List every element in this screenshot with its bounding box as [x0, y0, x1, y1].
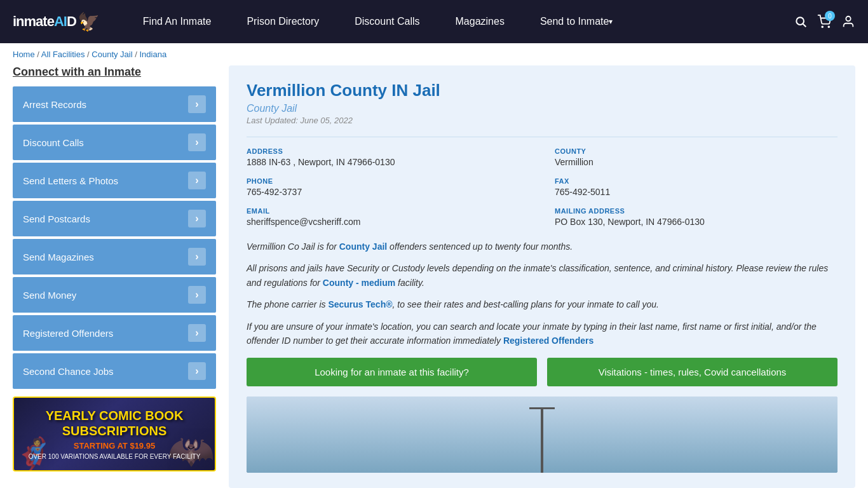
main-layout: Connect with an Inmate Arrest Records › … — [0, 65, 868, 488]
ad-subtitle: STARTING AT $19.95 — [29, 441, 201, 451]
svg-point-0 — [796, 17, 804, 25]
email-block: EMAIL sheriffspence@vcsheriff.com — [247, 207, 529, 227]
arrow-icon: › — [188, 95, 206, 113]
desc-2: All prisons and jails have Security or C… — [247, 261, 837, 290]
arrow-icon: › — [188, 210, 206, 227]
sidebar-item-discount-calls[interactable]: Discount Calls › — [13, 125, 216, 160]
nav-magazines[interactable]: Magazines — [438, 0, 522, 43]
logo[interactable]: inmateAID 🦅 — [13, 11, 100, 32]
fax-label: FAX — [555, 177, 837, 185]
logo-icon: 🦅 — [78, 11, 100, 32]
sidebar-item-second-chance-jobs[interactable]: Second Chance Jobs › — [13, 353, 216, 389]
address-block: ADDRESS 1888 IN-63 , Newport, IN 47966-0… — [247, 147, 529, 167]
cart-badge: 0 — [825, 11, 835, 21]
sidebar-item-send-magazines[interactable]: Send Magazines › — [13, 239, 216, 274]
sidebar-item-registered-offenders[interactable]: Registered Offenders › — [13, 315, 216, 351]
svg-point-3 — [828, 26, 829, 27]
county-block: COUNTY Vermillion — [555, 147, 837, 167]
visitations-button[interactable]: Visitations - times, rules, Covid cancel… — [547, 358, 837, 386]
county-label: COUNTY — [555, 147, 837, 155]
facility-updated: Last Updated: June 05, 2022 — [247, 116, 837, 125]
county-value: Vermillion — [555, 157, 837, 167]
find-inmate-button[interactable]: Looking for an inmate at this facility? — [247, 358, 537, 386]
ad-desc: OVER 100 VARIATIONS AVAILABLE FOR EVERY … — [29, 453, 201, 460]
breadcrumb: Home / All Facilities / County Jail / In… — [0, 43, 868, 65]
arrow-icon: › — [188, 286, 206, 304]
navbar: inmateAID 🦅 Find An Inmate Prison Direct… — [0, 0, 868, 43]
facility-name: Vermillion County IN Jail — [247, 81, 837, 100]
sidebar-title: Connect with an Inmate — [13, 65, 216, 79]
svg-line-1 — [803, 24, 806, 27]
svg-point-2 — [822, 26, 823, 27]
sidebar-item-arrest-records[interactable]: Arrest Records › — [13, 86, 216, 122]
nav-icons: 0 — [794, 15, 855, 29]
nav-discount-calls[interactable]: Discount Calls — [337, 0, 437, 43]
breadcrumb-home[interactable]: Home — [13, 50, 35, 59]
sidebar-item-send-letters[interactable]: Send Letters & Photos › — [13, 163, 216, 198]
sidebar-menu: Arrest Records › Discount Calls › Send L… — [13, 86, 216, 389]
fax-value: 765-492-5011 — [555, 187, 837, 197]
cart-button[interactable]: 0 — [817, 15, 831, 29]
ad-title: YEARLY COMIC BOOKSUBSCRIPTIONS — [29, 408, 201, 438]
breadcrumb-county-jail[interactable]: County Jail — [92, 50, 132, 59]
breadcrumb-indiana[interactable]: Indiana — [139, 50, 166, 59]
email-value: sheriffspence@vcsheriff.com — [247, 217, 529, 227]
facility-type: County Jail — [247, 103, 837, 114]
account-button[interactable] — [841, 15, 855, 29]
sidebar-item-send-money[interactable]: Send Money › — [13, 277, 216, 313]
arrow-icon: › — [188, 362, 206, 380]
search-button[interactable] — [794, 15, 807, 28]
mailing-block: MAILING ADDRESS PO Box 130, Newport, IN … — [555, 207, 837, 227]
registered-offenders-link[interactable]: Registered Offenders — [503, 336, 593, 346]
svg-point-4 — [846, 17, 850, 21]
desc-4: If you are unsure of your inmate's locat… — [247, 320, 837, 348]
mailing-label: MAILING ADDRESS — [555, 207, 837, 215]
info-grid: ADDRESS 1888 IN-63 , Newport, IN 47966-0… — [247, 137, 837, 227]
desc-3: The phone carrier is Securus Tech®, to s… — [247, 297, 837, 311]
nav-links: Find An Inmate Prison Directory Discount… — [125, 0, 788, 43]
ad-banner[interactable]: 🦸 YEARLY COMIC BOOKSUBSCRIPTIONS STARTIN… — [13, 396, 216, 471]
address-value: 1888 IN-63 , Newport, IN 47966-0130 — [247, 157, 529, 167]
nav-send-to-inmate[interactable]: Send to Inmate — [522, 0, 631, 43]
phone-value: 765-492-3737 — [247, 187, 529, 197]
county-jail-link[interactable]: County Jail — [339, 241, 387, 252]
mailing-value: PO Box 130, Newport, IN 47966-0130 — [555, 217, 837, 227]
nav-prison-directory[interactable]: Prison Directory — [229, 0, 337, 43]
email-link[interactable]: sheriffspence@vcsheriff.com — [247, 217, 360, 227]
arrow-icon: › — [188, 324, 206, 342]
email-label: EMAIL — [247, 207, 529, 215]
arrow-icon: › — [188, 248, 206, 266]
phone-label: PHONE — [247, 177, 529, 185]
securus-link[interactable]: Securus Tech® — [328, 299, 392, 309]
arrow-icon: › — [188, 133, 206, 151]
fax-block: FAX 765-492-5011 — [555, 177, 837, 197]
phone-block: PHONE 765-492-3737 — [247, 177, 529, 197]
county-medium-link[interactable]: County - medium — [323, 278, 395, 288]
facility-photo — [247, 396, 837, 473]
tower-image — [529, 458, 555, 473]
breadcrumb-all-facilities[interactable]: All Facilities — [41, 50, 85, 59]
desc-1: Vermillion Co Jail is for County Jail of… — [247, 240, 837, 254]
logo-text: inmateAID — [13, 13, 76, 30]
arrow-icon: › — [188, 172, 206, 189]
action-buttons: Looking for an inmate at this facility? … — [247, 358, 837, 386]
nav-find-inmate[interactable]: Find An Inmate — [125, 0, 229, 43]
sidebar: Connect with an Inmate Arrest Records › … — [13, 65, 216, 488]
address-label: ADDRESS — [247, 147, 529, 155]
sidebar-item-send-postcards[interactable]: Send Postcards › — [13, 201, 216, 236]
facility-content: Vermillion County IN Jail County Jail La… — [229, 65, 855, 488]
